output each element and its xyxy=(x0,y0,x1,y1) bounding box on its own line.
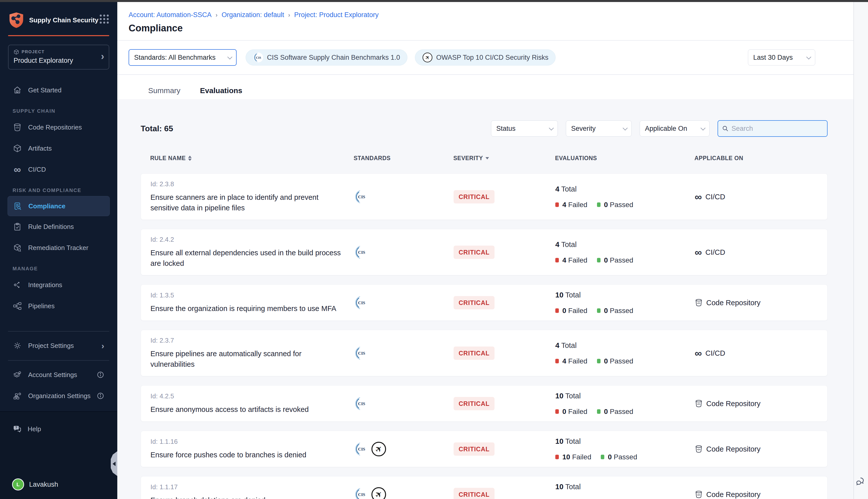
table-row[interactable]: Id: 2.4.2 Ensure all external dependenci… xyxy=(141,229,828,275)
sort-desc-icon xyxy=(485,157,489,159)
rule-name-cell: Id: 1.1.17 Ensure branch deletions are d… xyxy=(150,483,349,499)
user-menu[interactable]: L Lavakush xyxy=(12,478,58,490)
severity-filter-select[interactable]: Severity xyxy=(566,121,632,136)
table-row[interactable]: Id: 1.1.16 Ensure force pushes code to b… xyxy=(141,431,828,467)
compliance-document-icon xyxy=(13,201,22,211)
date-range-select[interactable]: Last 30 Days xyxy=(748,49,815,65)
rule-name-cell: Id: 1.3.5 Ensure the organization is req… xyxy=(150,291,349,314)
chevron-down-icon xyxy=(806,54,811,60)
pipelines-icon xyxy=(13,301,22,311)
passed-marker xyxy=(601,454,604,459)
applicable-on-cell: </> Code Repository xyxy=(695,399,760,407)
sidebar-item-remediation-tracker[interactable]: Remediation Tracker xyxy=(0,237,117,258)
sidebar-item-pipelines[interactable]: Pipelines xyxy=(0,295,117,317)
status-filter-select[interactable]: Status xyxy=(491,121,558,136)
applicable-on-filter-select[interactable]: Applicable On xyxy=(640,121,710,136)
chevron-right-icon: › xyxy=(216,12,217,19)
column-header-severity[interactable]: SEVERITY xyxy=(453,155,489,162)
passed-marker xyxy=(597,409,601,414)
sidebar-item-integrations[interactable]: Integrations xyxy=(0,275,117,295)
brand-divider xyxy=(8,35,109,36)
standards-cell: CIS ✈ xyxy=(354,487,387,499)
passed-count: 0 Passed xyxy=(604,357,634,365)
evaluations-total: 4 Total xyxy=(555,341,633,349)
chevron-down-icon xyxy=(549,125,554,131)
svg-text:CIS: CIS xyxy=(358,492,365,497)
sidebar-item-organization-settings[interactable]: Organization Settings xyxy=(0,385,117,406)
svg-text:CIS: CIS xyxy=(256,56,261,60)
search-input[interactable] xyxy=(731,125,823,133)
column-header-rule-name[interactable]: RULE NAME xyxy=(150,155,192,162)
sidebar-item-label: Organization Settings xyxy=(28,392,91,400)
sidebar-item-label: Help xyxy=(28,425,41,433)
chip-owasp[interactable]: ✈ OWASP Top 10 CI/CD Security Risks xyxy=(415,49,556,65)
sidebar-item-help[interactable]: ? Help xyxy=(0,418,117,439)
right-gutter xyxy=(854,2,868,499)
sidebar-item-code-repositories[interactable]: </> Code Repositories xyxy=(0,117,117,138)
owasp-standard-icon: ✈ xyxy=(371,441,387,457)
rule-id: Id: 2.4.2 xyxy=(150,236,349,243)
sidebar: Supply Chain Security PROJECT Product Ex… xyxy=(0,2,117,499)
code-repository-icon: </> xyxy=(13,122,22,132)
chip-cis-benchmark[interactable]: CIS CIS Software Supply Chain Benchmarks… xyxy=(246,49,407,65)
sidebar-item-label: Rule Definitions xyxy=(28,223,74,231)
project-selector[interactable]: PROJECT Product Exploratory › xyxy=(8,45,109,70)
app-grid-icon[interactable] xyxy=(100,14,110,25)
svg-text:CIS: CIS xyxy=(358,401,365,406)
sidebar-item-compliance[interactable]: Compliance xyxy=(8,196,110,216)
table-row[interactable]: Id: 1.3.5 Ensure the organization is req… xyxy=(141,284,828,321)
sidebar-item-get-started[interactable]: Get Started xyxy=(0,80,117,101)
sidebar-item-project-settings[interactable]: Project Settings › xyxy=(0,335,117,356)
severity-badge: CRITICAL xyxy=(454,488,495,499)
rule-name: Ensure the organization is requiring mem… xyxy=(150,303,346,314)
remediation-box-icon xyxy=(13,243,22,253)
severity-cell: CRITICAL xyxy=(454,488,495,499)
evaluations-total: 10 Total xyxy=(555,392,633,400)
sidebar-item-cicd[interactable]: ∞ CI/CD xyxy=(0,159,117,180)
sidebar-item-label: Code Repositories xyxy=(28,123,82,131)
chevron-right-icon: › xyxy=(101,341,104,351)
divider xyxy=(117,74,854,75)
section-supply-chain: SUPPLY CHAIN xyxy=(0,105,117,117)
failed-count: 0 Failed xyxy=(562,306,588,315)
table-row[interactable]: Id: 2.3.7 Ensure pipelines are automatic… xyxy=(141,330,828,376)
breadcrumb-account[interactable]: Account: Automation-SSCA xyxy=(129,11,212,19)
sidebar-item-label: CI/CD xyxy=(28,166,46,173)
date-range-value: Last 30 Days xyxy=(753,54,793,61)
rule-name: Ensure all external dependencies used in… xyxy=(150,247,346,269)
failed-count: 4 Failed xyxy=(562,357,588,365)
chip-label: CIS Software Supply Chain Benchmarks 1.0 xyxy=(267,54,400,61)
rule-name: Ensure anonymous access to artifacts is … xyxy=(150,404,346,415)
breadcrumb-project[interactable]: Project: Product Exploratory xyxy=(294,11,378,19)
search-icon xyxy=(722,125,728,132)
sidebar-item-account-settings[interactable]: Account Settings xyxy=(0,364,117,385)
tab-summary[interactable]: Summary xyxy=(146,83,183,101)
tab-evaluations[interactable]: Evaluations xyxy=(197,83,245,101)
passed-count: 0 Passed xyxy=(604,256,634,264)
info-icon[interactable] xyxy=(97,371,104,378)
table-row[interactable]: Id: 1.1.17 Ensure branch deletions are d… xyxy=(141,476,828,499)
cis-standard-icon: CIS xyxy=(354,245,369,259)
table-row[interactable]: Id: 4.2.5 Ensure anonymous access to art… xyxy=(141,385,828,422)
browser-top-strip xyxy=(0,0,868,2)
account-layers-icon xyxy=(13,370,22,379)
sidebar-item-label: Compliance xyxy=(28,202,65,210)
chat-bubbles-icon[interactable] xyxy=(855,476,866,487)
cis-logo-icon: CIS xyxy=(253,52,264,63)
evaluations-breakdown: 4 Failed 0 Passed xyxy=(555,256,633,264)
severity-cell: CRITICAL xyxy=(454,296,495,309)
applicable-on-label: Code Repository xyxy=(706,299,760,307)
standards-select[interactable]: Standards: All Benchmarks xyxy=(129,49,237,66)
sidebar-item-artifacts[interactable]: Artifacts xyxy=(0,138,117,159)
cis-standard-icon: CIS xyxy=(354,190,369,204)
chevron-down-icon xyxy=(623,125,628,131)
info-icon[interactable] xyxy=(97,392,104,400)
table-row[interactable]: Id: 2.3.8 Ensure scanners are in place t… xyxy=(141,173,828,220)
breadcrumb-organization[interactable]: Organization: default xyxy=(221,11,284,19)
rule-name: Ensure force pushes code to branches is … xyxy=(150,450,346,460)
owasp-logo-icon: ✈ xyxy=(422,52,433,63)
sidebar-item-rule-definitions[interactable]: Rule Definitions xyxy=(0,216,117,237)
applicable-on-label: Code Repository xyxy=(706,445,760,453)
passed-count: 0 Passed xyxy=(604,200,634,209)
help-chat-icon: ? xyxy=(13,424,22,434)
